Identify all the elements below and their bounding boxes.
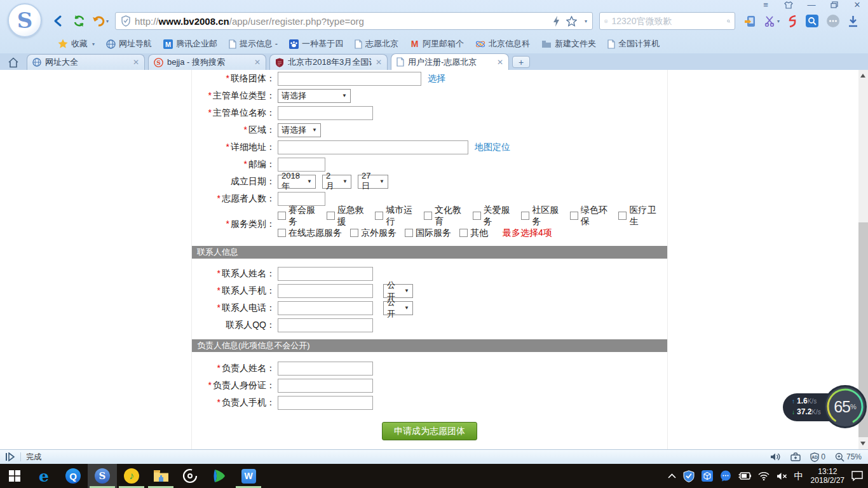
checkbox-icon[interactable] — [424, 212, 432, 220]
screenshot-scissors-icon[interactable]: ▾ — [764, 15, 780, 27]
contact-group-input[interactable] — [278, 72, 421, 86]
mobile-visibility-select[interactable]: 公开▼ — [383, 284, 413, 298]
speed-widget[interactable]: ↑1.6K/s ↓37.2K/s 65% — [783, 385, 867, 430]
taskbar-clock[interactable]: 13:12 2018/2/27 — [811, 467, 844, 485]
service-checkbox[interactable]: 社区服务 — [521, 205, 562, 227]
choose-link[interactable]: 选择 — [428, 73, 445, 85]
repair-toolbox-icon[interactable] — [790, 452, 801, 461]
zipcode-input[interactable] — [278, 158, 325, 172]
more-tools-icon[interactable] — [827, 15, 839, 27]
tab-site-nav[interactable]: 网址大全 ✕ — [27, 54, 145, 70]
tab-close-icon[interactable]: ✕ — [254, 58, 261, 67]
refresh-button[interactable] — [72, 15, 86, 27]
founded-month-select[interactable]: 2月▼ — [322, 175, 351, 189]
ime-indicator[interactable]: 中 — [794, 470, 804, 482]
bookmark-item[interactable]: 北京信息科 — [470, 37, 536, 51]
tray-battery-icon[interactable] — [738, 472, 751, 480]
tab-sogou-search[interactable]: S bejja - 搜狗搜索 ✕ — [148, 54, 266, 70]
address-bar[interactable]: http://www.bv2008.cn/app/user/register.p… — [115, 12, 593, 30]
service-checkbox[interactable]: 赛会服务 — [278, 205, 318, 227]
service-checkbox[interactable]: 京外服务 — [350, 227, 397, 239]
ad-block-indicator[interactable]: AD 0 — [810, 452, 825, 462]
checkbox-icon[interactable] — [570, 212, 578, 220]
unit-type-select[interactable]: 请选择▼ — [278, 89, 351, 103]
boost-percent-circle[interactable]: 65% — [824, 385, 867, 428]
back-button[interactable] — [52, 15, 66, 27]
url-text[interactable]: http://www.bv2008.cn/app/user/register.p… — [135, 16, 549, 27]
contact-name-input[interactable] — [278, 267, 373, 281]
contact-phone-input[interactable] — [278, 301, 373, 315]
bookmark-item[interactable]: 新建文件夹 — [536, 37, 602, 51]
scroll-down-icon[interactable] — [860, 442, 865, 445]
taskbar-tencent-video-icon[interactable] — [205, 464, 234, 488]
contact-qq-input[interactable] — [278, 318, 373, 332]
bookmarks-root[interactable]: 收藏 ▾ — [52, 37, 100, 51]
bookmark-item[interactable]: 网址导航 — [100, 37, 158, 51]
service-checkbox[interactable]: 在线志愿服务 — [278, 227, 342, 239]
page-search-icon[interactable] — [806, 15, 818, 27]
page-audio-icon[interactable] — [770, 452, 781, 461]
checkbox-icon[interactable] — [618, 212, 627, 220]
shopping-icon[interactable] — [788, 15, 797, 27]
undo-button[interactable]: ▾ — [92, 15, 109, 27]
sogou-browser-logo[interactable]: S — [8, 3, 42, 37]
tray-cube-icon[interactable] — [702, 470, 713, 482]
checkbox-icon[interactable] — [327, 212, 335, 220]
tray-security-shield-icon[interactable] — [683, 470, 695, 482]
tab-close-icon[interactable]: ✕ — [133, 58, 139, 67]
minimize-icon[interactable]: — — [807, 1, 816, 9]
service-checkbox[interactable]: 城市运行 — [375, 205, 416, 227]
service-checkbox[interactable]: 关爱服务 — [473, 205, 513, 227]
checkbox-icon[interactable] — [350, 229, 358, 237]
checkbox-icon[interactable] — [405, 229, 413, 237]
service-checkbox[interactable]: 国际服务 — [405, 227, 451, 239]
service-checkbox[interactable]: 应急救援 — [327, 205, 367, 227]
region-select[interactable]: 请选择▼ — [278, 123, 321, 137]
taskbar-qq-browser-icon[interactable]: Q — [58, 464, 88, 488]
zoom-control[interactable]: 75% — [835, 452, 862, 462]
tab-beijing-exam[interactable]: 北京市2018年3月全国计 ✕ — [269, 54, 388, 70]
bookmark-item[interactable]: 提示信息 - — [223, 37, 283, 51]
bookmark-item[interactable]: M 腾讯企业邮 — [158, 37, 223, 51]
principal-mobile-input[interactable] — [278, 396, 373, 410]
bookmark-item[interactable]: 全国计算机 — [602, 37, 665, 51]
tray-chat-icon[interactable] — [720, 470, 731, 482]
checkbox-icon[interactable] — [521, 212, 529, 220]
site-security-shield-icon[interactable] — [121, 15, 131, 27]
taskbar-qq-music-icon[interactable]: ♪ — [117, 464, 146, 488]
download-icon[interactable] — [848, 15, 858, 27]
submit-button[interactable]: 申请成为志愿团体 — [382, 422, 477, 440]
restore-icon[interactable] — [830, 1, 839, 9]
volunteers-input[interactable] — [278, 192, 325, 206]
bookmark-item[interactable]: 一种基于四 — [283, 37, 349, 51]
bookmark-item[interactable]: 志愿北京 — [349, 37, 404, 51]
taskbar-file-explorer-icon[interactable] — [146, 464, 175, 488]
phone-visibility-select[interactable]: 公开▼ — [383, 301, 413, 315]
tray-mute-icon[interactable] — [776, 472, 787, 480]
taskbar-record-player-icon[interactable] — [175, 464, 205, 488]
tab-close-icon[interactable]: ✕ — [497, 58, 503, 67]
menu-icon[interactable]: ≡ — [761, 1, 770, 9]
status-play-icon[interactable] — [5, 452, 15, 461]
taskbar-sogou-browser-icon[interactable]: S — [88, 464, 117, 488]
new-tab-button[interactable]: + — [512, 56, 530, 68]
taskbar-wps-icon[interactable]: W — [234, 464, 263, 488]
search-box[interactable]: S — [599, 12, 735, 30]
undo-dropdown-icon[interactable]: ▾ — [106, 18, 109, 24]
checkbox-icon[interactable] — [459, 229, 468, 237]
founded-year-select[interactable]: 2018年▼ — [278, 175, 316, 189]
bookmark-item[interactable]: M 阿里邮箱个 — [404, 37, 470, 51]
map-locate-link[interactable]: 地图定位 — [475, 142, 510, 153]
favorites-dropdown-icon[interactable]: ▾ — [585, 18, 587, 24]
checkbox-icon[interactable] — [278, 212, 286, 220]
service-checkbox[interactable]: 文化教育 — [424, 205, 465, 227]
service-checkbox[interactable]: 其他 — [459, 227, 488, 239]
service-checkbox[interactable]: 绿色环保 — [570, 205, 611, 227]
taskbar-edge-icon[interactable]: e — [29, 464, 58, 488]
checkbox-icon[interactable] — [473, 212, 481, 220]
skin-icon[interactable] — [784, 1, 793, 9]
send-to-phone-icon[interactable] — [744, 15, 756, 27]
action-center-icon[interactable] — [851, 471, 863, 481]
close-icon[interactable]: ✕ — [853, 1, 862, 9]
favorite-star-icon[interactable] — [566, 16, 577, 27]
